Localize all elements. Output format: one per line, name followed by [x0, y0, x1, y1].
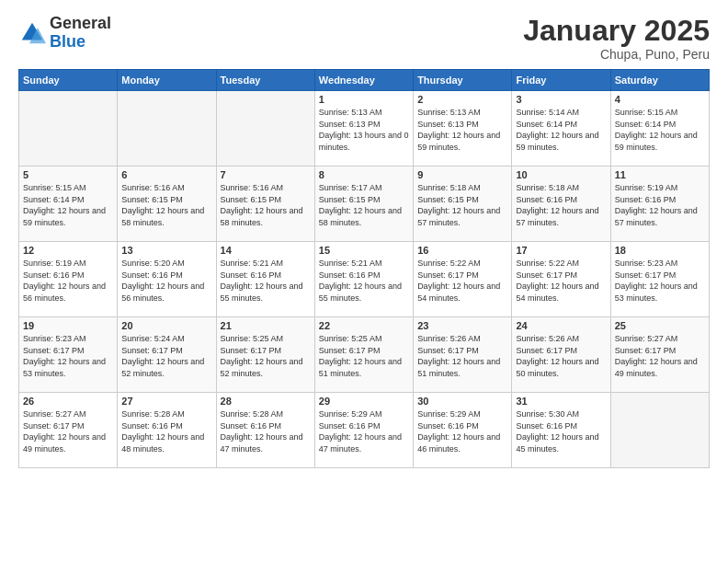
day-info: Sunrise: 5:19 AM Sunset: 6:16 PM Dayligh…: [23, 258, 113, 304]
calendar-header-row: Sunday Monday Tuesday Wednesday Thursday…: [19, 70, 710, 91]
day-info: Sunrise: 5:17 AM Sunset: 6:15 PM Dayligh…: [319, 182, 409, 228]
calendar-cell-w2-d7: 11Sunrise: 5:19 AM Sunset: 6:16 PM Dayli…: [610, 167, 709, 242]
day-info: Sunrise: 5:24 AM Sunset: 6:17 PM Dayligh…: [121, 333, 211, 379]
day-info: Sunrise: 5:26 AM Sunset: 6:17 PM Dayligh…: [417, 333, 507, 379]
day-info: Sunrise: 5:16 AM Sunset: 6:15 PM Dayligh…: [221, 182, 311, 228]
day-info: Sunrise: 5:13 AM Sunset: 6:13 PM Dayligh…: [417, 107, 507, 153]
calendar-cell-w5-d7: [610, 393, 709, 468]
day-number: 20: [121, 320, 211, 331]
day-number: 25: [615, 320, 705, 331]
logo-blue-text: Blue: [50, 33, 111, 52]
day-info: Sunrise: 5:21 AM Sunset: 6:16 PM Dayligh…: [221, 258, 311, 304]
calendar-cell-w1-d2: [118, 91, 216, 167]
logo-text: General Blue: [50, 15, 111, 52]
calendar-cell-w3-d4: 15Sunrise: 5:21 AM Sunset: 6:16 PM Dayli…: [314, 242, 413, 317]
calendar-cell-w2-d1: 5Sunrise: 5:15 AM Sunset: 6:14 PM Daylig…: [19, 167, 118, 242]
calendar-cell-w4-d1: 19Sunrise: 5:23 AM Sunset: 6:17 PM Dayli…: [19, 317, 118, 393]
calendar-cell-w2-d6: 10Sunrise: 5:18 AM Sunset: 6:16 PM Dayli…: [512, 167, 610, 242]
calendar-week-2: 5Sunrise: 5:15 AM Sunset: 6:14 PM Daylig…: [19, 167, 710, 242]
day-info: Sunrise: 5:27 AM Sunset: 6:17 PM Dayligh…: [615, 333, 705, 379]
day-number: 26: [23, 396, 113, 407]
calendar-cell-w2-d2: 6Sunrise: 5:16 AM Sunset: 6:15 PM Daylig…: [118, 167, 216, 242]
day-number: 6: [121, 169, 211, 180]
calendar-cell-w1-d7: 4Sunrise: 5:15 AM Sunset: 6:14 PM Daylig…: [610, 91, 709, 167]
day-number: 8: [319, 169, 409, 180]
calendar-cell-w3-d1: 12Sunrise: 5:19 AM Sunset: 6:16 PM Dayli…: [19, 242, 118, 317]
day-info: Sunrise: 5:15 AM Sunset: 6:14 PM Dayligh…: [615, 107, 705, 153]
day-info: Sunrise: 5:30 AM Sunset: 6:16 PM Dayligh…: [516, 408, 606, 454]
day-number: 31: [516, 396, 606, 407]
day-number: 28: [221, 396, 311, 407]
day-number: 29: [319, 396, 409, 407]
calendar-week-5: 26Sunrise: 5:27 AM Sunset: 6:17 PM Dayli…: [19, 393, 710, 468]
calendar-cell-w2-d3: 7Sunrise: 5:16 AM Sunset: 6:15 PM Daylig…: [216, 167, 314, 242]
day-info: Sunrise: 5:26 AM Sunset: 6:17 PM Dayligh…: [516, 333, 606, 379]
day-info: Sunrise: 5:23 AM Sunset: 6:17 PM Dayligh…: [615, 258, 705, 304]
calendar-cell-w4-d6: 24Sunrise: 5:26 AM Sunset: 6:17 PM Dayli…: [512, 317, 610, 393]
day-info: Sunrise: 5:16 AM Sunset: 6:15 PM Dayligh…: [121, 182, 211, 228]
month-title: January 2025: [523, 15, 710, 47]
calendar-cell-w4-d4: 22Sunrise: 5:25 AM Sunset: 6:17 PM Dayli…: [314, 317, 413, 393]
calendar-cell-w1-d4: 1Sunrise: 5:13 AM Sunset: 6:13 PM Daylig…: [314, 91, 413, 167]
day-info: Sunrise: 5:25 AM Sunset: 6:17 PM Dayligh…: [221, 333, 311, 379]
day-info: Sunrise: 5:27 AM Sunset: 6:17 PM Dayligh…: [23, 408, 113, 454]
calendar-cell-w4-d2: 20Sunrise: 5:24 AM Sunset: 6:17 PM Dayli…: [118, 317, 216, 393]
day-info: Sunrise: 5:13 AM Sunset: 6:13 PM Dayligh…: [319, 107, 409, 153]
calendar-cell-w5-d2: 27Sunrise: 5:28 AM Sunset: 6:16 PM Dayli…: [118, 393, 216, 468]
day-info: Sunrise: 5:20 AM Sunset: 6:16 PM Dayligh…: [121, 258, 211, 304]
day-number: 7: [221, 169, 311, 180]
day-number: 13: [121, 245, 211, 256]
day-info: Sunrise: 5:28 AM Sunset: 6:16 PM Dayligh…: [121, 408, 211, 454]
day-number: 11: [615, 169, 705, 180]
day-number: 17: [516, 245, 606, 256]
calendar-cell-w5-d4: 29Sunrise: 5:29 AM Sunset: 6:16 PM Dayli…: [314, 393, 413, 468]
header-thursday: Thursday: [414, 70, 512, 91]
day-info: Sunrise: 5:29 AM Sunset: 6:16 PM Dayligh…: [319, 408, 409, 454]
day-number: 3: [516, 94, 606, 105]
day-number: 9: [417, 169, 507, 180]
title-block: January 2025 Chupa, Puno, Peru: [523, 15, 710, 62]
day-number: 27: [121, 396, 211, 407]
calendar-cell-w4-d3: 21Sunrise: 5:25 AM Sunset: 6:17 PM Dayli…: [216, 317, 314, 393]
header-wednesday: Wednesday: [314, 70, 413, 91]
calendar-cell-w4-d5: 23Sunrise: 5:26 AM Sunset: 6:17 PM Dayli…: [414, 317, 512, 393]
calendar-cell-w2-d5: 9Sunrise: 5:18 AM Sunset: 6:15 PM Daylig…: [414, 167, 512, 242]
calendar-cell-w3-d6: 17Sunrise: 5:22 AM Sunset: 6:17 PM Dayli…: [512, 242, 610, 317]
calendar-week-1: 1Sunrise: 5:13 AM Sunset: 6:13 PM Daylig…: [19, 91, 710, 167]
day-number: 4: [615, 94, 705, 105]
calendar-cell-w3-d3: 14Sunrise: 5:21 AM Sunset: 6:16 PM Dayli…: [216, 242, 314, 317]
calendar-table: Sunday Monday Tuesday Wednesday Thursday…: [18, 69, 710, 468]
calendar-week-3: 12Sunrise: 5:19 AM Sunset: 6:16 PM Dayli…: [19, 242, 710, 317]
day-info: Sunrise: 5:23 AM Sunset: 6:17 PM Dayligh…: [23, 333, 113, 379]
location-subtitle: Chupa, Puno, Peru: [523, 47, 710, 62]
day-info: Sunrise: 5:22 AM Sunset: 6:17 PM Dayligh…: [516, 258, 606, 304]
calendar-cell-w3-d2: 13Sunrise: 5:20 AM Sunset: 6:16 PM Dayli…: [118, 242, 216, 317]
day-number: 15: [319, 245, 409, 256]
day-number: 1: [319, 94, 409, 105]
calendar-cell-w5-d5: 30Sunrise: 5:29 AM Sunset: 6:16 PM Dayli…: [414, 393, 512, 468]
header-saturday: Saturday: [610, 70, 709, 91]
day-info: Sunrise: 5:29 AM Sunset: 6:16 PM Dayligh…: [417, 408, 507, 454]
day-number: 16: [417, 245, 507, 256]
day-info: Sunrise: 5:28 AM Sunset: 6:16 PM Dayligh…: [221, 408, 311, 454]
day-info: Sunrise: 5:18 AM Sunset: 6:16 PM Dayligh…: [516, 182, 606, 228]
day-info: Sunrise: 5:18 AM Sunset: 6:15 PM Dayligh…: [417, 182, 507, 228]
day-info: Sunrise: 5:14 AM Sunset: 6:14 PM Dayligh…: [516, 107, 606, 153]
calendar-week-4: 19Sunrise: 5:23 AM Sunset: 6:17 PM Dayli…: [19, 317, 710, 393]
calendar-cell-w1-d6: 3Sunrise: 5:14 AM Sunset: 6:14 PM Daylig…: [512, 91, 610, 167]
day-number: 12: [23, 245, 113, 256]
day-number: 18: [615, 245, 705, 256]
day-number: 24: [516, 320, 606, 331]
day-number: 23: [417, 320, 507, 331]
logo-icon: [18, 19, 46, 47]
day-info: Sunrise: 5:22 AM Sunset: 6:17 PM Dayligh…: [417, 258, 507, 304]
calendar-cell-w5-d3: 28Sunrise: 5:28 AM Sunset: 6:16 PM Dayli…: [216, 393, 314, 468]
day-number: 30: [417, 396, 507, 407]
header-monday: Monday: [118, 70, 216, 91]
calendar-cell-w5-d6: 31Sunrise: 5:30 AM Sunset: 6:16 PM Dayli…: [512, 393, 610, 468]
day-info: Sunrise: 5:15 AM Sunset: 6:14 PM Dayligh…: [23, 182, 113, 228]
header-sunday: Sunday: [19, 70, 118, 91]
calendar-cell-w3-d5: 16Sunrise: 5:22 AM Sunset: 6:17 PM Dayli…: [414, 242, 512, 317]
day-number: 2: [417, 94, 507, 105]
header: General Blue January 2025 Chupa, Puno, P…: [18, 15, 710, 62]
